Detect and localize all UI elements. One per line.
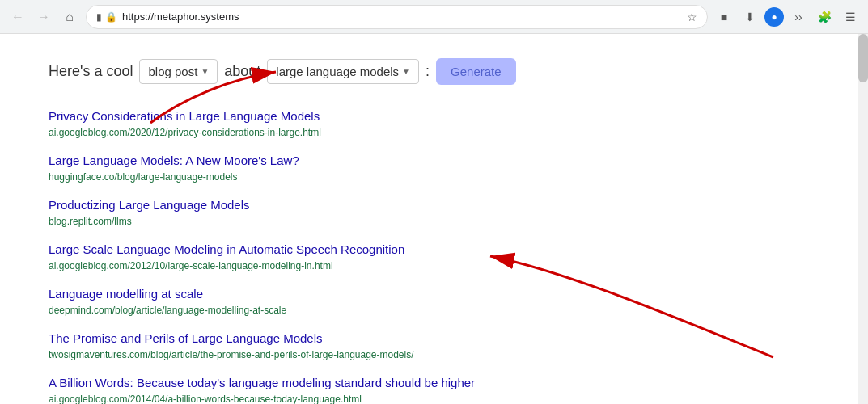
result-url: deepmind.com/blog/article/language-model… <box>49 305 286 316</box>
browser-chrome: ← → ⌂ ▮ 🔒 https://metaphor.systems ☆ ■ ⬇… <box>0 0 868 34</box>
topic-chevron-icon: ▼ <box>402 67 410 76</box>
result-url: ai.googleblog.com/2014/04/a-billion-word… <box>49 393 362 404</box>
result-item: Privacy Considerations in Large Language… <box>49 109 810 139</box>
profile-avatar[interactable]: ● <box>764 7 784 27</box>
shield-icon: ▮ <box>96 11 102 23</box>
result-title-link[interactable]: The Promise and Perils of Large Language… <box>49 331 810 345</box>
result-item: The Promise and Perils of Large Language… <box>49 331 810 361</box>
security-icons: ▮ 🔒 <box>96 11 117 23</box>
type-chevron-icon: ▼ <box>201 67 209 76</box>
result-title-link[interactable]: Large Language Models: A New Moore's Law… <box>49 154 810 167</box>
forward-button[interactable]: → <box>32 6 55 28</box>
main-content: Here's a cool blog post ▼ about large la… <box>0 34 858 404</box>
result-title-link[interactable]: A Billion Words: Because today's languag… <box>49 376 810 389</box>
bookmark-icon[interactable]: ☆ <box>687 11 697 23</box>
back-button[interactable]: ← <box>6 6 29 28</box>
scrollbar-thumb[interactable] <box>858 34 868 82</box>
topic-label: large language models <box>276 65 399 78</box>
download-button[interactable]: ⬇ <box>739 6 761 28</box>
lock-icon: 🔒 <box>105 11 117 23</box>
scrollbar[interactable] <box>858 34 868 404</box>
result-item: Large Scale Language Modeling in Automat… <box>49 242 810 272</box>
result-url: blog.replit.com/llms <box>49 216 132 227</box>
menu-button[interactable]: ☰ <box>839 6 862 28</box>
home-button[interactable]: ⌂ <box>58 6 81 28</box>
generate-button[interactable]: Generate <box>436 58 516 85</box>
type-label: blog post <box>148 65 197 78</box>
results-list: Privacy Considerations in Large Language… <box>49 109 810 404</box>
colon-text: : <box>426 63 430 80</box>
result-item: A Billion Words: Because today's languag… <box>49 376 810 404</box>
extensions-button[interactable]: 🧩 <box>813 6 836 28</box>
result-url: twosigmaventures.com/blog/article/the-pr… <box>49 349 414 360</box>
more-tools-button[interactable]: ›› <box>787 6 810 28</box>
result-url: huggingface.co/blog/large-language-model… <box>49 171 238 183</box>
pocket-button[interactable]: ■ <box>713 6 735 28</box>
result-title-link[interactable]: Large Scale Language Modeling in Automat… <box>49 242 810 256</box>
about-text: about <box>224 63 260 80</box>
toolbar-right: ■ ⬇ ● ›› 🧩 ☰ <box>713 6 862 28</box>
result-item: Large Language Models: A New Moore's Law… <box>49 154 810 183</box>
result-item: Language modelling at scaledeepmind.com/… <box>49 287 810 317</box>
nav-buttons: ← → ⌂ <box>6 6 81 28</box>
topic-dropdown[interactable]: large language models ▼ <box>267 59 419 84</box>
result-item: Productizing Large Language Modelsblog.r… <box>49 198 810 228</box>
url-text: https://metaphor.systems <box>122 11 682 23</box>
address-bar[interactable]: ▮ 🔒 https://metaphor.systems ☆ <box>86 5 708 29</box>
result-url: ai.googleblog.com/2020/12/privacy-consid… <box>49 127 321 138</box>
prefix-text: Here's a cool <box>49 63 133 80</box>
result-title-link[interactable]: Language modelling at scale <box>49 287 810 301</box>
result-title-link[interactable]: Privacy Considerations in Large Language… <box>49 109 810 123</box>
result-title-link[interactable]: Productizing Large Language Models <box>49 198 810 212</box>
result-url: ai.googleblog.com/2012/10/large-scale-la… <box>49 260 333 271</box>
type-dropdown[interactable]: blog post ▼ <box>139 59 218 84</box>
search-row: Here's a cool blog post ▼ about large la… <box>49 58 810 85</box>
